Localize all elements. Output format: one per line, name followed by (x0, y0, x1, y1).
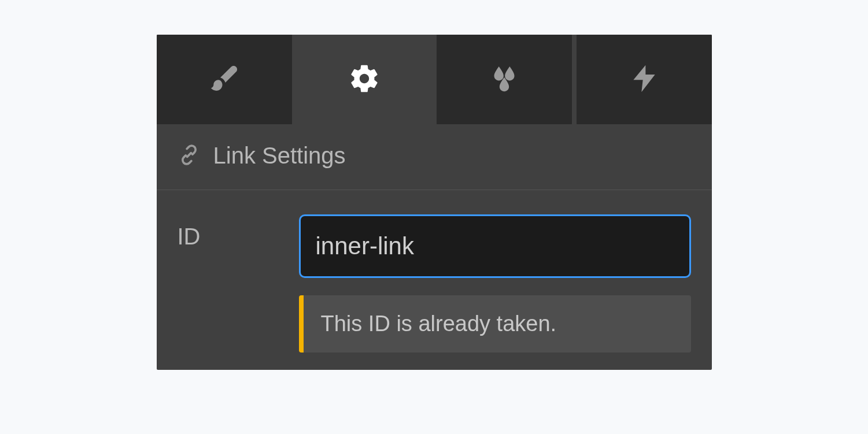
tab-interactions[interactable] (577, 35, 712, 124)
gear-icon (348, 62, 381, 97)
tab-bar (157, 35, 712, 124)
id-input[interactable] (299, 214, 691, 278)
tab-settings[interactable] (297, 35, 432, 124)
bolt-icon (628, 62, 660, 97)
id-warning-message: This ID is already taken. (299, 295, 691, 353)
droplets-icon (488, 62, 520, 97)
link-icon (178, 143, 201, 169)
section-header: Link Settings (157, 124, 712, 190)
tab-effects[interactable] (437, 35, 572, 124)
tab-style[interactable] (157, 35, 292, 124)
id-label: ID (178, 214, 287, 250)
field-row-id: ID This ID is already taken. (157, 190, 712, 370)
brush-icon (208, 62, 241, 97)
settings-panel: Link Settings ID This ID is already take… (157, 35, 712, 370)
section-title: Link Settings (213, 143, 346, 169)
